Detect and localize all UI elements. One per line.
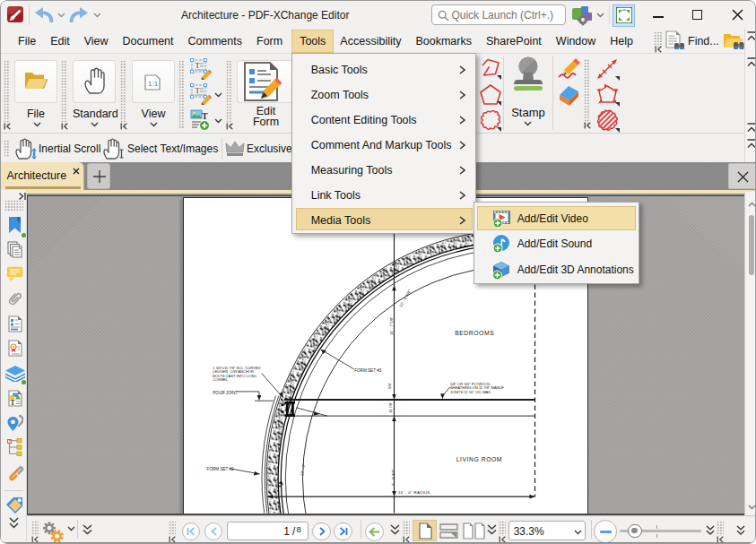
svg-text:T: T	[202, 111, 208, 121]
svg-text:JOISTS @ 16" O/C MAX: JOISTS @ 16" O/C MAX	[450, 389, 491, 393]
svg-text:CORBEL: CORBEL	[213, 377, 229, 382]
svg-text:T: T	[196, 61, 201, 70]
svg-text:9' - 8 3/4": 9' - 8 3/4"	[390, 469, 395, 486]
svg-text:POUR JOINT: POUR JOINT	[213, 390, 238, 394]
svg-text:11' - 7 5/8": 11' - 7 5/8"	[389, 315, 394, 334]
svg-text:5/8": 5/8"	[387, 382, 392, 389]
svg-text:10' - 0": 10' - 0"	[299, 462, 306, 476]
svg-text:FORM SET #2: FORM SET #2	[206, 466, 233, 471]
svg-text:T: T	[10, 398, 14, 406]
svg-text:11 7/8": 11 7/8"	[387, 401, 392, 412]
svg-text:16' - 0" RADIUS: 16' - 0" RADIUS	[398, 490, 430, 495]
svg-text:LIVING ROOM: LIVING ROOM	[456, 456, 501, 462]
svg-text:1:1: 1:1	[148, 80, 159, 88]
svg-text:FORM SET #3: FORM SET #3	[354, 367, 381, 372]
svg-text:T: T	[196, 86, 201, 95]
svg-text:8": 8"	[278, 484, 282, 488]
svg-text:22' - 9 3/4": 22' - 9 3/4"	[398, 289, 412, 307]
svg-text:BEDROOMS: BEDROOMS	[455, 330, 494, 336]
